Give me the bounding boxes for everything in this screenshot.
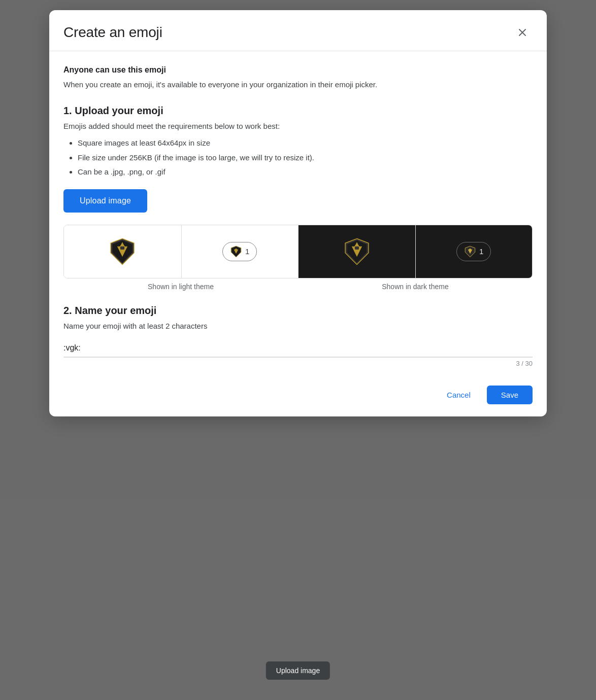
notice-section: Anyone can use this emoji When you creat…	[63, 65, 533, 91]
emoji-name-input[interactable]	[63, 343, 533, 353]
preview-dark-chip: 1	[415, 225, 533, 278]
cancel-button[interactable]: Cancel	[437, 386, 481, 404]
notice-description: When you create an emoji, it's available…	[63, 79, 533, 91]
vgk-logo-chip-light	[230, 246, 242, 258]
upload-image-button[interactable]: Upload image	[63, 189, 147, 213]
step1-section: 1. Upload your emoji Emojis added should…	[63, 105, 533, 291]
preview-labels: Shown in light theme Shown in dark theme	[63, 283, 533, 291]
light-theme-label: Shown in light theme	[148, 283, 214, 291]
notice-heading: Anyone can use this emoji	[63, 65, 533, 75]
chip-count-dark: 1	[479, 247, 483, 256]
vgk-logo-dark	[343, 237, 371, 266]
name-input-wrapper	[63, 337, 533, 358]
vgk-logo-chip-dark	[464, 246, 476, 258]
preview-dark-icon	[298, 225, 415, 278]
preview-light-icon	[64, 225, 181, 278]
dialog-overlay: Create an emoji Anyone can use this emoj…	[0, 0, 596, 700]
svg-rect-11	[355, 246, 359, 249]
emoji-chip-light: 1	[222, 242, 257, 261]
step1-heading: 1. Upload your emoji	[63, 105, 533, 117]
requirements-list: Square images at least 64x64px in size F…	[63, 137, 533, 178]
emoji-chip-dark: 1	[456, 242, 491, 261]
requirement-item: Can be a .jpg, .png, or .gif	[78, 166, 533, 178]
svg-point-15	[469, 249, 471, 251]
dialog-body: Anyone can use this emoji When you creat…	[49, 51, 547, 377]
svg-rect-3	[120, 246, 124, 249]
save-button[interactable]: Save	[487, 386, 533, 404]
dialog-footer: Cancel Save	[49, 377, 547, 416]
chip-count-light: 1	[245, 247, 249, 256]
step2-sub: Name your emoji with at least 2 characte…	[63, 322, 533, 330]
dialog-title: Create an emoji	[63, 24, 162, 41]
step2-section: 2. Name your emoji Name your emoji with …	[63, 305, 533, 367]
close-button[interactable]	[512, 22, 533, 43]
requirement-item: File size under 256KB (if the image is t…	[78, 152, 533, 164]
step1-sub: Emojis added should meet the requirement…	[63, 122, 533, 130]
preview-light-chip: 1	[181, 225, 299, 278]
step2-heading: 2. Name your emoji	[63, 305, 533, 317]
vgk-logo-light	[108, 237, 137, 266]
create-emoji-dialog: Create an emoji Anyone can use this emoj…	[49, 10, 547, 416]
close-icon	[516, 26, 528, 39]
dialog-header: Create an emoji	[49, 10, 547, 51]
dark-theme-label: Shown in dark theme	[382, 283, 449, 291]
preview-grid: 1	[63, 225, 533, 278]
char-count: 3 / 30	[63, 360, 533, 367]
requirement-item: Square images at least 64x64px in size	[78, 137, 533, 149]
svg-point-7	[235, 249, 237, 251]
